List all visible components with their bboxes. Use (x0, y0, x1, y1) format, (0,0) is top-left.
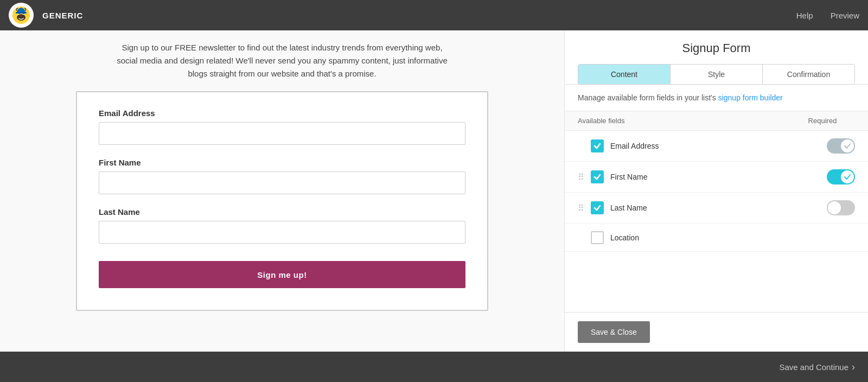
right-panel: Signup Form Content Style Confirmation M… (564, 30, 868, 352)
toggle-email-required (827, 138, 855, 154)
logo (9, 3, 34, 28)
svg-rect-6 (16, 12, 27, 14)
field-row-location: ⠿ Location (565, 224, 868, 252)
fields-header: Available fields Required (565, 111, 868, 131)
bottom-bar: Save and Continue › (0, 352, 868, 382)
form-field-lastname: Last Name (99, 207, 465, 244)
toggle-knob-lastname (828, 201, 841, 214)
firstname-label: First Name (99, 158, 465, 167)
checkbox-lastname[interactable] (591, 201, 604, 214)
form-field-firstname: First Name (99, 158, 465, 194)
tabs-row: Content Style Confirmation (578, 64, 855, 85)
signup-form-builder-link[interactable]: signup form builder (718, 93, 783, 102)
toggle-check-icon-email (844, 143, 851, 149)
tab-content[interactable]: Content (578, 65, 671, 84)
toggle-knob-firstname (841, 170, 854, 183)
drag-handle-firstname[interactable]: ⠿ (578, 172, 586, 182)
tab-confirmation[interactable]: Confirmation (763, 65, 854, 84)
firstname-input[interactable] (99, 171, 465, 194)
field-name-firstname: First Name (610, 173, 827, 181)
toggle-firstname-required[interactable] (827, 169, 855, 184)
chevron-right-icon: › (852, 361, 855, 373)
save-close-button[interactable]: Save & Close (578, 321, 650, 343)
logo-icon (11, 5, 31, 25)
lastname-input[interactable] (99, 221, 465, 244)
field-row-lastname: ⠿ Last Name (565, 193, 868, 224)
help-link[interactable]: Help (796, 11, 813, 20)
form-field-email: Email Address (99, 109, 465, 145)
field-name-lastname: Last Name (610, 203, 827, 212)
toggle-lastname-required[interactable] (827, 200, 855, 215)
panel-footer: Save & Close (565, 312, 868, 352)
panel-title: Signup Form (578, 41, 855, 55)
lastname-label: Last Name (99, 207, 465, 217)
preview-link[interactable]: Preview (831, 11, 859, 20)
field-name-location: Location (610, 233, 855, 242)
field-name-email: Email Address (610, 142, 827, 150)
save-continue-button[interactable]: Save and Continue › (779, 361, 855, 373)
checkbox-email[interactable] (591, 139, 604, 152)
col-required-label: Required (790, 117, 855, 125)
panel-info-text: Manage available form fields in your lis… (578, 93, 716, 102)
email-input[interactable] (99, 122, 465, 145)
brand-name: GENERIC (42, 11, 83, 20)
panel-info: Manage available form fields in your lis… (565, 85, 868, 111)
topbar-nav: Help Preview (796, 11, 859, 20)
col-available-label: Available fields (578, 117, 790, 125)
panel-body: Manage available form fields in your lis… (565, 85, 868, 312)
field-row-email: ⠿ Email Address (565, 131, 868, 162)
check-icon-email (593, 142, 601, 150)
preview-description: Sign up to our FREE newsletter to find o… (92, 41, 472, 91)
tab-style[interactable]: Style (671, 65, 763, 84)
checkbox-location[interactable] (591, 231, 604, 244)
save-continue-label: Save and Continue (779, 362, 848, 372)
panel-header: Signup Form Content Style Confirmation (565, 30, 868, 85)
checkbox-firstname[interactable] (591, 170, 604, 183)
check-icon-lastname (593, 204, 601, 212)
submit-button[interactable]: Sign me up! (99, 261, 465, 288)
toggle-check-icon-firstname (844, 174, 851, 180)
topbar: GENERIC Help Preview (0, 0, 868, 30)
form-preview-box: Email Address First Name Last Name Sign … (76, 91, 488, 311)
field-row-firstname: ⠿ First Name (565, 162, 868, 193)
email-label: Email Address (99, 109, 465, 118)
drag-handle-lastname[interactable]: ⠿ (578, 203, 586, 213)
main-content: Sign up to our FREE newsletter to find o… (0, 30, 868, 352)
preview-area: Sign up to our FREE newsletter to find o… (0, 30, 564, 352)
check-icon-firstname (593, 173, 601, 181)
toggle-knob-email (841, 139, 854, 152)
